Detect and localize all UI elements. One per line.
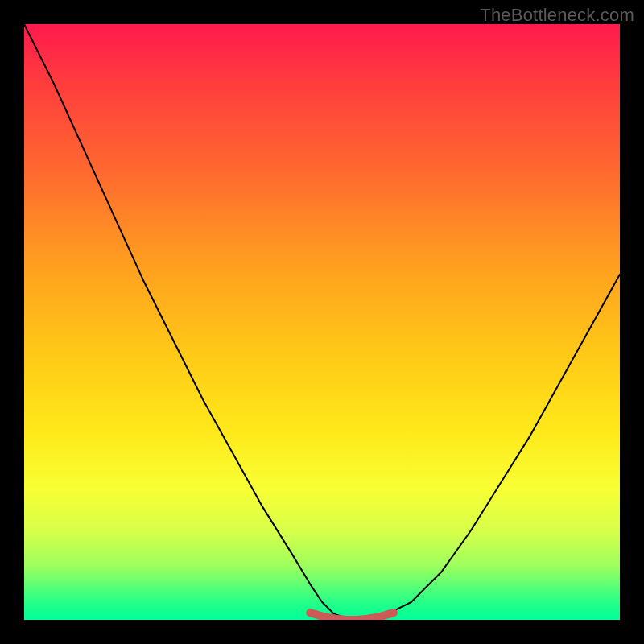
gradient-panel	[24, 24, 620, 620]
chart-stage: TheBottleneck.com	[0, 0, 644, 644]
watermark: TheBottleneck.com	[480, 5, 634, 26]
